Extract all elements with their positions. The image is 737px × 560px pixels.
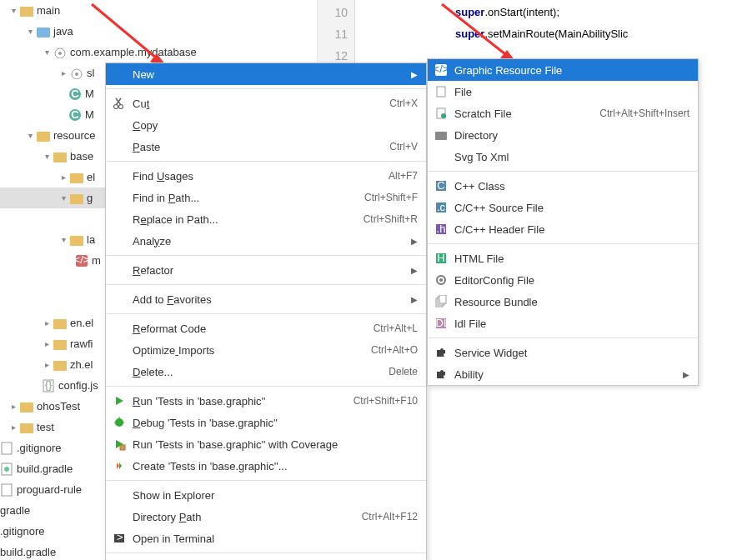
menu-item-edcfg[interactable]: EditorConfig File (428, 269, 698, 291)
menu-separator (106, 161, 426, 162)
menu-item-scratch[interactable]: Scratch FileCtrl+Alt+Shift+Insert (428, 102, 698, 124)
chevron-right-icon: ▸ (58, 68, 68, 78)
menu-item-label: C/C++ Source File (454, 202, 689, 214)
menu-item-label: Show in Explorer (133, 489, 418, 502)
menu-shortcut: Ctrl+V (389, 141, 418, 152)
menu-item-expl[interactable]: Show in Explorer (106, 484, 426, 506)
menu-item-label: Replace in Path... (133, 213, 363, 226)
puzzle-icon (433, 366, 449, 382)
menu-item-create[interactable]: Create 'Tests in 'base.graphic''... (106, 455, 426, 477)
menu-separator (106, 255, 426, 256)
menu-item-label: Run 'Tests in 'base.graphic'' with Cover… (133, 438, 418, 451)
menu-item-findp[interactable]: Find in Path...Ctrl+Shift+F (106, 187, 426, 208)
menu-item-html[interactable]: HHTML File (428, 248, 698, 269)
class-icon: C (68, 88, 82, 101)
folder-icon (433, 127, 449, 143)
tree-item-package[interactable]: ▾com.example.mydatabase (0, 42, 317, 62)
folder-icon (20, 4, 33, 18)
menu-item-repp[interactable]: Replace in Path...Ctrl+Shift+R (106, 208, 426, 230)
tree-label: el (87, 171, 95, 183)
chevron-down-icon: ▾ (25, 131, 35, 140)
create-icon (111, 458, 128, 474)
svg-text:</>: </> (434, 63, 448, 75)
code-line: super.onStart(intent); (355, 2, 737, 23)
submenu-arrow-icon: ▶ (411, 295, 418, 304)
menu-separator (106, 480, 426, 481)
menu-item-abil[interactable]: Ability▶ (428, 363, 698, 385)
menu-item-svgxml[interactable]: Svg To Xml (428, 146, 698, 168)
menu-item-term[interactable]: >_Open in Terminal (106, 528, 426, 549)
menu-separator (106, 284, 426, 285)
file-icon (433, 83, 449, 100)
menu-separator (106, 386, 426, 387)
tree-label: g (87, 192, 93, 204)
menu-item-label: Directory (454, 129, 689, 142)
blank-icon (111, 189, 128, 206)
svg-point-5 (75, 72, 78, 76)
menu-item-hist[interactable]: Local History▶ (106, 557, 426, 560)
menu-item-svcw[interactable]: Service Widget (428, 342, 698, 363)
menu-item-refactor[interactable]: Refactor▶ (106, 259, 426, 281)
menu-shortcut: Ctrl+Shift+F (364, 192, 418, 203)
menu-item-file[interactable]: File (428, 81, 698, 102)
menu-item-reformat[interactable]: Reformat CodeCtrl+Alt+L (106, 318, 426, 339)
menu-item-run[interactable]: Run 'Tests in 'base.graphic''Ctrl+Shift+… (106, 390, 426, 412)
menu-item-debug[interactable]: Debug 'Tests in 'base.graphic'' (106, 412, 426, 433)
svg-point-33 (119, 105, 123, 109)
menu-item-del[interactable]: Delete...Delete (106, 361, 426, 382)
menu-item-cppc[interactable]: CC++ Class (428, 175, 698, 197)
menu-item-cchdr[interactable]: .hC/C++ Header File (428, 218, 698, 240)
context-menu: New▶CutCtrl+XCopyPasteCtrl+VFind UsagesA… (105, 62, 427, 560)
svg-point-32 (114, 105, 118, 109)
line-number: 11 (318, 23, 354, 45)
menu-item-idl[interactable]: IDLIdl File (428, 312, 698, 334)
json-icon: {} (42, 379, 55, 392)
tree-label: proguard-rule (17, 483, 82, 496)
svg-marker-41 (117, 462, 119, 469)
menu-item-cov[interactable]: Run 'Tests in 'base.graphic'' with Cover… (106, 433, 426, 455)
svg-text:C: C (71, 108, 79, 121)
menu-shortcut: Ctrl+X (389, 98, 418, 109)
menu-item-label: Run 'Tests in 'base.graphic'' (133, 395, 353, 408)
menu-separator (106, 552, 426, 553)
menu-item-dir[interactable]: Directory (428, 124, 698, 146)
gradle-icon (0, 462, 13, 476)
tree-item-main[interactable]: ▾main (0, 0, 317, 21)
menu-item-label: Open in Terminal (133, 532, 418, 545)
menu-item-analyze[interactable]: Analyze▶ (106, 230, 426, 252)
menu-item-paste[interactable]: PasteCtrl+V (106, 136, 426, 158)
run-icon (111, 392, 128, 409)
menu-item-cut[interactable]: CutCtrl+X (106, 92, 426, 114)
chevron-down-icon: ▾ (25, 27, 35, 36)
menu-item-new[interactable]: New▶ (106, 63, 426, 85)
menu-item-label: Paste (133, 141, 389, 153)
chevron-right-icon: ▸ (8, 402, 18, 411)
svg-text:</>: </> (75, 254, 88, 266)
code-line: super.setMainRoute(MainAbilitySlic (355, 23, 737, 45)
code-editor[interactable]: super.onStart(intent); super.setMainRout… (355, 0, 737, 45)
menu-separator (428, 171, 698, 172)
tree-item-java[interactable]: ▾java (0, 21, 317, 42)
menu-item-grf[interactable]: </>Graphic Resource File (428, 59, 698, 81)
menu-item-optim[interactable]: Optimize ImportsCtrl+Alt+O (106, 339, 426, 361)
tree-label: main (37, 4, 60, 17)
svg-point-50 (441, 113, 446, 118)
menu-item-label: Resource Bundle (454, 296, 689, 308)
menu-item-fav[interactable]: Add to Favorites▶ (106, 288, 426, 310)
menu-item-findu[interactable]: Find UsagesAlt+F7 (106, 165, 426, 187)
menu-item-copy[interactable]: Copy (106, 114, 426, 136)
tree-label: resource (53, 129, 96, 142)
menu-item-dirp[interactable]: Directory PathCtrl+Alt+F12 (106, 506, 426, 528)
xml-icon: </> (75, 254, 88, 268)
tree-label: .gitignore (17, 442, 61, 454)
menu-shortcut: Ctrl+Shift+R (363, 213, 418, 225)
line-number: 10 (318, 2, 354, 23)
tree-label: M (85, 88, 94, 100)
menu-item-label: Directory Path (133, 511, 362, 523)
menu-item-ccsrc[interactable]: .cC/C++ Source File (428, 197, 698, 218)
svg-rect-27 (2, 484, 12, 496)
menu-item-resb[interactable]: Resource Bundle (428, 291, 698, 312)
menu-item-label: Optimize Imports (133, 344, 371, 357)
svg-rect-18 (53, 340, 67, 350)
svg-marker-42 (119, 462, 122, 469)
